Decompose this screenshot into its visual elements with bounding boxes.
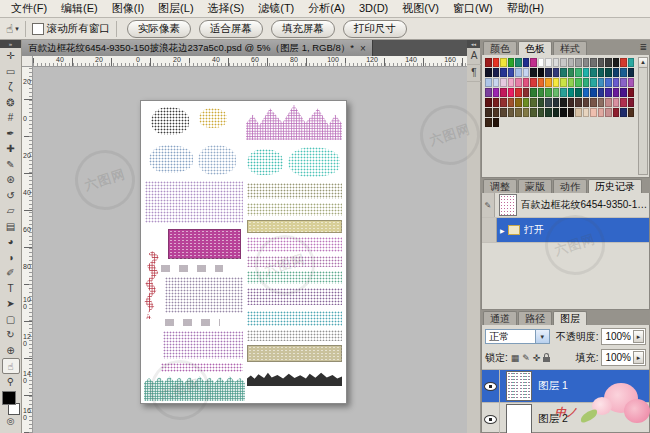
item-40[interactable]: [485, 78, 492, 87]
healing-brush-tool[interactable]: ✚: [2, 141, 20, 157]
lock-transparency-icon[interactable]: ▦: [511, 353, 520, 363]
zoom-tool[interactable]: ⚲: [2, 374, 20, 390]
item-32[interactable]: [575, 68, 582, 77]
panel-tab-0[interactable]: 调整: [483, 179, 517, 193]
item-37[interactable]: [613, 68, 620, 77]
history-brush-tool[interactable]: ↺: [2, 188, 20, 204]
marquee-tool[interactable]: ▭: [2, 64, 20, 80]
item-117[interactable]: [613, 108, 620, 117]
layer-row-2[interactable]: 图层 2: [482, 403, 649, 433]
item-3[interactable]: [508, 58, 515, 67]
item-24[interactable]: [515, 68, 522, 77]
hand-tool[interactable]: ☝: [2, 358, 20, 374]
item-42[interactable]: [500, 78, 507, 87]
item-59[interactable]: [628, 78, 635, 87]
fill-field[interactable]: 100% ▸: [601, 349, 646, 366]
path-selection-tool[interactable]: ➤: [2, 296, 20, 312]
item-118[interactable]: [620, 108, 627, 117]
layer-thumbnail[interactable]: [506, 404, 532, 433]
item-36[interactable]: [605, 68, 612, 77]
item-120[interactable]: [485, 118, 492, 127]
panel-tab-0[interactable]: 颜色: [483, 41, 517, 55]
canvas-area[interactable]: [33, 67, 467, 433]
panel-tab-2[interactable]: 动作: [553, 179, 587, 193]
foreground-color-swatch[interactable]: [2, 391, 16, 405]
item-102[interactable]: [500, 108, 507, 117]
item-89[interactable]: [553, 98, 560, 107]
item-99[interactable]: [628, 98, 635, 107]
panel-tab-1[interactable]: 色板: [518, 41, 552, 55]
spin-arrow-icon[interactable]: ▸: [633, 351, 644, 364]
item-90[interactable]: [560, 98, 567, 107]
item-96[interactable]: [605, 98, 612, 107]
move-tool[interactable]: ✛: [2, 48, 20, 64]
item-43[interactable]: [508, 78, 515, 87]
history-brush-source-icon[interactable]: ✎: [482, 193, 495, 217]
item-74[interactable]: [590, 88, 597, 97]
item-1[interactable]: [493, 58, 500, 67]
item-53[interactable]: [583, 78, 590, 87]
menu-item-8[interactable]: 视图(V): [395, 0, 446, 17]
menu-item-7[interactable]: 3D(D): [352, 0, 395, 17]
item-111[interactable]: [568, 108, 575, 117]
menu-item-1[interactable]: 编辑(E): [54, 0, 105, 17]
item-13[interactable]: [583, 58, 590, 67]
panel-menu-icon[interactable]: ≣: [639, 42, 647, 52]
item-22[interactable]: [500, 68, 507, 77]
history-item-snapshot[interactable]: ✎ 百款边框花纹6454-9350-150披浪...: [482, 193, 649, 218]
item-106[interactable]: [530, 108, 537, 117]
item-14[interactable]: [590, 58, 597, 67]
item-23[interactable]: [508, 68, 515, 77]
item-48[interactable]: [545, 78, 552, 87]
item-104[interactable]: [515, 108, 522, 117]
item-18[interactable]: [620, 58, 627, 67]
item-27[interactable]: [538, 68, 545, 77]
item-61[interactable]: [493, 88, 500, 97]
gradient-tool[interactable]: ▤: [2, 219, 20, 235]
lock-position-icon[interactable]: ✜: [533, 353, 541, 363]
swatches-scrollbar[interactable]: ▲: [638, 57, 648, 175]
panel-tab-3[interactable]: 历史记录: [588, 179, 642, 193]
item-94[interactable]: [590, 98, 597, 107]
brush-tool[interactable]: ✎: [2, 157, 20, 173]
lasso-tool[interactable]: ζ: [2, 79, 20, 95]
item-121[interactable]: [493, 118, 500, 127]
view-button-1[interactable]: 适合屏幕: [199, 20, 263, 38]
history-brush-source-well[interactable]: [482, 218, 497, 242]
item-68[interactable]: [545, 88, 552, 97]
item-66[interactable]: [530, 88, 537, 97]
layer-thumbnail[interactable]: [506, 371, 532, 401]
menu-item-4[interactable]: 选择(S): [201, 0, 252, 17]
view-button-0[interactable]: 实际像素: [127, 20, 191, 38]
pen-tool[interactable]: ✐: [2, 265, 20, 281]
item-11[interactable]: [568, 58, 575, 67]
character-panel-icon[interactable]: A: [467, 48, 481, 65]
item-25[interactable]: [523, 68, 530, 77]
dock-collapse-button[interactable]: ◂◂: [467, 40, 480, 48]
item-38[interactable]: [620, 68, 627, 77]
panel-tab-0[interactable]: 通道: [483, 311, 517, 325]
item-112[interactable]: [575, 108, 582, 117]
item-52[interactable]: [575, 78, 582, 87]
item-19[interactable]: [628, 58, 635, 67]
menu-item-5[interactable]: 滤镜(T): [251, 0, 301, 17]
tools-panel-collapse[interactable]: »: [0, 40, 21, 48]
item-113[interactable]: [583, 108, 590, 117]
item-79[interactable]: [628, 88, 635, 97]
item-76[interactable]: [605, 88, 612, 97]
lock-paint-icon[interactable]: ✎: [522, 353, 530, 363]
item-55[interactable]: [598, 78, 605, 87]
item-6[interactable]: [530, 58, 537, 67]
item-47[interactable]: [538, 78, 545, 87]
view-button-2[interactable]: 填充屏幕: [271, 20, 335, 38]
panel-tab-1[interactable]: 蒙版: [518, 179, 552, 193]
item-103[interactable]: [508, 108, 515, 117]
document-tab[interactable]: 百款边框花纹6454-9350-150披浪花边237a5c0.psd @ 5%（…: [22, 40, 373, 56]
paragraph-panel-icon[interactable]: ¶: [467, 65, 481, 82]
item-46[interactable]: [530, 78, 537, 87]
layer-name[interactable]: 图层 2: [538, 412, 568, 426]
item-35[interactable]: [598, 68, 605, 77]
item-107[interactable]: [538, 108, 545, 117]
item-28[interactable]: [545, 68, 552, 77]
tool-preset-picker[interactable]: ☝ ▾: [6, 22, 19, 36]
